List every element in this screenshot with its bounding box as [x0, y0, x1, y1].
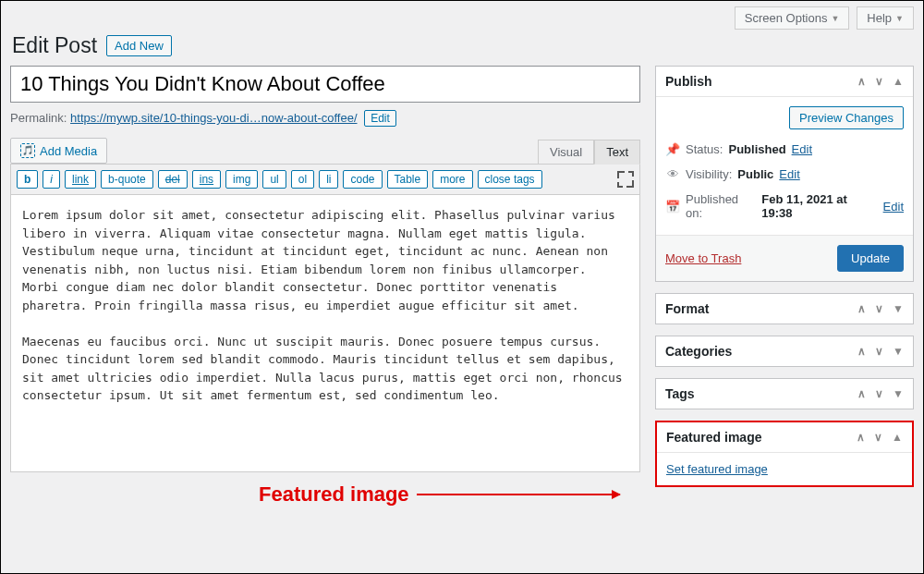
set-featured-image-link[interactable]: Set featured image: [666, 462, 768, 476]
qt-code[interactable]: code: [343, 170, 382, 189]
edit-status-link[interactable]: Edit: [792, 142, 812, 156]
screen-options-button[interactable]: Screen Options ▼: [735, 6, 850, 30]
calendar-icon: 📅: [665, 200, 680, 214]
chevron-down-icon[interactable]: ∨: [875, 387, 883, 400]
qt-italic[interactable]: i: [43, 170, 60, 189]
add-media-button[interactable]: 🎵 Add Media: [10, 138, 107, 164]
edit-slug-button[interactable]: Edit: [364, 110, 396, 127]
help-button[interactable]: Help ▼: [857, 6, 914, 30]
update-button[interactable]: Update: [837, 245, 904, 272]
chevron-down-icon[interactable]: ∨: [874, 431, 882, 444]
chevron-down-icon[interactable]: ∨: [875, 302, 883, 315]
chevron-down-icon: ▼: [831, 14, 839, 23]
publish-box: Publish ∧ ∨ ▲ Preview Changes 📌 Status: …: [655, 66, 914, 282]
chevron-up-icon[interactable]: ∧: [857, 431, 865, 444]
qt-ins[interactable]: ins: [192, 170, 221, 189]
qt-img[interactable]: img: [225, 170, 258, 189]
featured-image-box-header[interactable]: Featured image ∧∨▲: [657, 422, 912, 452]
quicktags-toolbar: b i link b-quote del ins img ul ol li co…: [10, 164, 640, 195]
add-new-button[interactable]: Add New: [106, 35, 172, 56]
chevron-down-icon[interactable]: ∨: [875, 75, 883, 88]
chevron-up-icon[interactable]: ∧: [857, 345, 866, 358]
fullscreen-icon[interactable]: [617, 171, 634, 188]
chevron-down-icon[interactable]: ∨: [875, 345, 883, 358]
edit-date-link[interactable]: Edit: [883, 200, 904, 214]
preview-changes-button[interactable]: Preview Changes: [789, 106, 904, 129]
annotation-label: Featured image: [259, 482, 620, 507]
triangle-up-icon[interactable]: ▲: [893, 75, 904, 88]
arrow-icon: [417, 494, 620, 495]
permalink-row: Permalink: https://mywp.site/10-things-y…: [10, 110, 640, 127]
page-title: Edit Post: [12, 33, 97, 58]
triangle-down-icon[interactable]: ▼: [893, 302, 904, 315]
qt-ul[interactable]: ul: [262, 170, 286, 189]
edit-visibility-link[interactable]: Edit: [779, 167, 799, 181]
triangle-up-icon[interactable]: ▲: [892, 431, 903, 444]
chevron-up-icon[interactable]: ∧: [857, 387, 866, 400]
tab-text[interactable]: Text: [594, 140, 640, 165]
categories-box: Categories ∧∨▼: [655, 336, 914, 367]
tab-visual[interactable]: Visual: [538, 140, 594, 164]
qt-bold[interactable]: b: [17, 170, 38, 189]
triangle-down-icon[interactable]: ▼: [893, 387, 904, 400]
qt-link[interactable]: link: [65, 170, 96, 189]
format-box-header[interactable]: Format ∧∨▼: [656, 294, 913, 324]
tags-box-header[interactable]: Tags ∧∨▼: [656, 379, 913, 409]
qt-close-tags[interactable]: close tags: [478, 170, 542, 189]
categories-box-header[interactable]: Categories ∧∨▼: [656, 336, 913, 366]
chevron-up-icon[interactable]: ∧: [857, 302, 866, 315]
publish-box-header[interactable]: Publish ∧ ∨ ▲: [656, 67, 913, 96]
chevron-up-icon[interactable]: ∧: [857, 75, 866, 88]
qt-table[interactable]: Table: [387, 170, 429, 189]
pin-icon: 📌: [665, 142, 680, 156]
content-textarea[interactable]: [10, 195, 640, 472]
qt-li[interactable]: li: [319, 170, 338, 189]
eye-icon: 👁: [665, 167, 680, 181]
qt-blockquote[interactable]: b-quote: [101, 170, 153, 189]
qt-del[interactable]: del: [158, 170, 188, 189]
featured-image-box: Featured image ∧∨▲ Set featured image: [655, 421, 914, 487]
post-title-input[interactable]: [10, 66, 640, 103]
move-to-trash-link[interactable]: Move to Trash: [665, 251, 741, 265]
format-box: Format ∧∨▼: [655, 293, 914, 324]
permalink-link[interactable]: https://mywp.site/10-things-you-di…now-a…: [70, 111, 357, 125]
qt-more[interactable]: more: [432, 170, 472, 189]
qt-ol[interactable]: ol: [291, 170, 314, 189]
triangle-down-icon[interactable]: ▼: [893, 345, 904, 358]
media-icon: 🎵: [20, 143, 35, 158]
tags-box: Tags ∧∨▼: [655, 378, 914, 409]
chevron-down-icon: ▼: [895, 14, 904, 23]
